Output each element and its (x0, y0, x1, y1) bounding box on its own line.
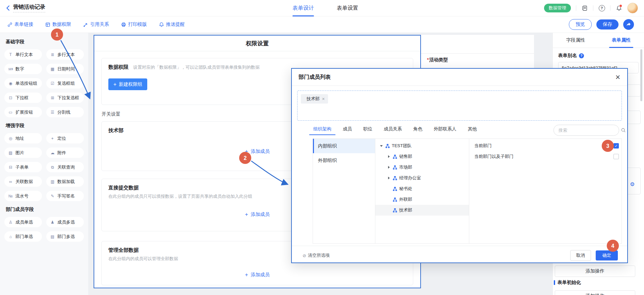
add-action-button[interactable]: 添加操作 (555, 266, 635, 277)
preview-button[interactable]: 预览 (569, 19, 592, 30)
toolbar-print-template[interactable]: 打印模版 (121, 21, 147, 27)
tree-node[interactable]: 市场部 (375, 162, 469, 173)
cancel-button[interactable]: 取消 (570, 250, 591, 261)
field-pill[interactable]: №流水号 (4, 191, 42, 201)
field-pill-label: 数字 (15, 66, 24, 72)
help-icon[interactable]: ? (598, 5, 605, 11)
field-pill[interactable]: ♙成员单选 (4, 217, 42, 227)
tab-form-properties[interactable]: 表单属性 (598, 33, 644, 48)
close-icon[interactable]: ✕ (615, 74, 621, 80)
contacts-icon[interactable] (581, 5, 588, 11)
tree-node-label: TEST团队 (392, 143, 412, 149)
field-type-icon: ☁ (50, 151, 55, 155)
modal-tab[interactable]: 成员关系 (383, 125, 402, 135)
field-pill[interactable]: ☰分割线 (46, 107, 84, 117)
toolbar-push-reminder[interactable]: 推送提醒 (159, 21, 185, 27)
caret-right-icon[interactable] (387, 155, 391, 158)
selected-members-area[interactable]: 技术部 × (297, 91, 622, 121)
field-pill[interactable]: ▤部门多选 (46, 231, 84, 242)
field-pill-grid: ♙成员单选♟成员多选⌂部门单选▤部门多选 (4, 217, 84, 242)
confirm-button[interactable]: 确定 (596, 250, 618, 260)
tree-node[interactable]: 秘书处 (375, 183, 469, 194)
new-permission-group-button[interactable]: +新建权限组 (108, 78, 147, 90)
org-chart-icon (393, 187, 397, 191)
back-button[interactable]: 营销活动记录 (6, 4, 45, 12)
tab-form-design[interactable]: 表单设计 (292, 0, 314, 16)
required-mark: * (427, 57, 429, 62)
field-pill[interactable]: ☑复选框组 (46, 78, 84, 88)
tab-field-properties[interactable]: 字段属性 (553, 33, 598, 48)
field-type-icon: ♟ (50, 220, 55, 225)
tree-node[interactable]: 技术部 (375, 205, 469, 216)
remove-tag-icon[interactable]: × (322, 96, 325, 102)
divider (576, 5, 576, 11)
printer-icon (121, 22, 126, 27)
header-tabs: 表单设计 表单设置 (292, 0, 358, 16)
share-button[interactable] (623, 19, 634, 30)
field-pill[interactable]: ✎手写签名 (46, 191, 84, 201)
caret-right-icon[interactable] (387, 177, 391, 179)
field-pill-grid: T单行文本≣多行文本123数字▦日期时间◉单选按钮组☑复选框组⊡下拉框⊞下拉复选… (4, 49, 84, 117)
field-pill[interactable]: ≣多行文本 (46, 49, 84, 60)
field-type-icon: ≣ (50, 52, 55, 57)
add-member-link[interactable]: +添加成员 (108, 272, 406, 278)
field-pill[interactable]: ▭扩展按钮 (4, 107, 42, 117)
field-pill-label: 关联查询 (57, 164, 75, 170)
checkbox-unchecked[interactable] (613, 154, 619, 159)
field-pill[interactable]: ⊞下拉复选框 (46, 93, 84, 103)
field-pill[interactable]: ⊟子表单 (4, 162, 42, 172)
org-nav-item[interactable]: 内部组织 (313, 139, 375, 153)
field-pill[interactable]: ☁附件 (46, 148, 84, 158)
field-pill-label: 图片 (15, 150, 24, 156)
field-pill[interactable]: ◉单选按钮组 (4, 78, 42, 88)
data-manage-button[interactable]: 数据管理 (544, 4, 571, 12)
caret-right-icon[interactable] (387, 166, 391, 169)
field-pill[interactable]: ⌖定位 (46, 133, 84, 143)
modal-tab[interactable]: 组织架构 (313, 125, 332, 135)
toolbar-form-link[interactable]: 表单链接 (7, 21, 33, 27)
plus-icon: + (113, 82, 116, 87)
tree-node[interactable]: 外联部 (375, 194, 469, 205)
field-pill-label: 下拉框 (15, 95, 29, 101)
avatar[interactable] (627, 3, 638, 13)
modal-tab[interactable]: 外部联系人 (433, 125, 457, 135)
field-pill[interactable]: ▨图片 (4, 148, 42, 158)
modal-tab[interactable]: 其他 (467, 125, 478, 135)
modal-tab[interactable]: 角色 (413, 125, 423, 135)
toolbar-data-permission[interactable]: 数据权限 (45, 21, 71, 27)
tree-node[interactable]: 销售部 (375, 151, 469, 162)
field-pill[interactable]: 123数字 (4, 64, 42, 74)
field-pill[interactable]: ♟成员多选 (46, 217, 84, 227)
modal-tab[interactable]: 成员 (342, 125, 353, 135)
search-input[interactable] (558, 127, 618, 133)
field-pill[interactable]: ▥数据加载 (46, 176, 84, 187)
field-pill[interactable]: ◎地址 (4, 133, 42, 143)
field-pill[interactable]: ∞关联数据 (4, 176, 42, 187)
org-nav-item[interactable]: 外部组织 (313, 153, 375, 168)
field-type-icon: ◉ (8, 81, 13, 86)
save-button[interactable]: 保存 (596, 19, 619, 30)
field-pill[interactable]: ▦日期时间 (46, 64, 84, 74)
field-pill-label: 扩展按钮 (15, 109, 33, 115)
field-type-icon: ⊞ (50, 96, 55, 100)
add-action-button[interactable]: 添加操作 (555, 290, 635, 295)
field-pill-label: 单行文本 (15, 52, 33, 58)
caret-down-icon[interactable] (379, 145, 383, 147)
tab-form-settings[interactable]: 表单设置 (337, 0, 358, 16)
search-icon (621, 128, 626, 133)
tree-node[interactable]: TEST团队 (375, 140, 469, 151)
field-pill[interactable]: ⧉关联查询 (46, 162, 84, 172)
help-badge-icon[interactable]: ? (579, 53, 584, 58)
field-pill[interactable]: ⊡下拉框 (4, 93, 42, 103)
field-group-title: 增强字段 (6, 123, 83, 129)
sidebar-scrollbar[interactable] (640, 49, 642, 101)
checkbox-checked[interactable] (613, 143, 619, 149)
field-pill[interactable]: T单行文本 (4, 49, 42, 60)
gear-icon[interactable]: ⚙ (630, 181, 635, 187)
toolbar-reference-relation[interactable]: 引用关系 (83, 21, 109, 27)
field-pill[interactable]: ⌂部门单选 (4, 231, 42, 242)
notification-bell-icon[interactable] (615, 5, 622, 11)
modal-tab[interactable]: 职位 (363, 125, 373, 135)
clear-selection-button[interactable]: ⊘ 清空所选项 (303, 252, 330, 258)
tree-node[interactable]: 经理办公室 (375, 173, 469, 183)
